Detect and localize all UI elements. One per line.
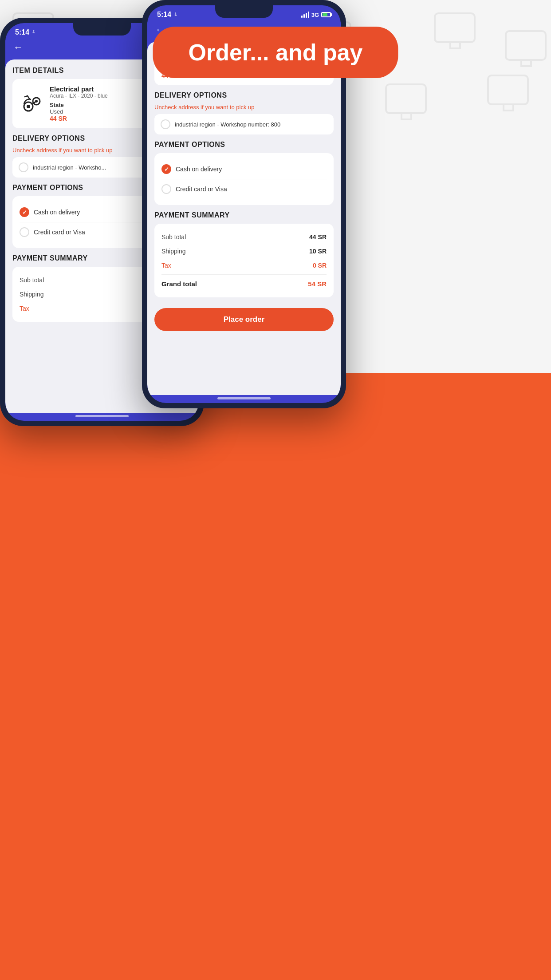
shipping-label-right: Shipping [161,248,186,255]
grand-total-label: Grand total [161,280,197,288]
shipping-label-left: Shipping [20,291,44,298]
tax-label-right: Tax [161,262,171,269]
svg-rect-16 [386,84,426,113]
subtotal-value-right: 44 SR [309,233,327,241]
payment-summary-card-right: Sub total 44 SR Shipping 10 SR Tax 0 SR … [154,224,334,297]
page-title: Order... and pay [188,39,362,66]
place-order-button[interactable]: Place order [154,308,334,331]
svg-rect-11 [521,60,531,66]
summary-grandtotal-row: Grand total 54 SR [161,277,327,291]
address-text-left: industrial region - Worksho... [33,164,106,171]
status-icons-right: 3G [301,12,331,18]
signal-bar-3 [306,13,307,18]
signal-bars-right [301,12,309,18]
payment-card-radio-left[interactable] [20,227,29,237]
svg-point-21 [27,105,30,108]
signal-bar-2 [303,14,305,18]
payment-cash-label-left: Cash on delivery [34,209,80,216]
tax-value-right: 0 SR [313,262,327,269]
status-time-right: 5:14 [157,11,178,19]
svg-rect-18 [488,75,528,104]
grand-total-value: 54 SR [308,280,327,288]
summary-tax-row-right: Tax 0 SR [161,258,327,273]
svg-rect-17 [401,113,411,119]
summary-divider [161,274,327,275]
shipping-value-right: 10 SR [309,248,327,255]
payment-options-card-right: Cash on delivery Credit card or Visa [154,153,334,205]
payment-cash-label-right: Cash on delivery [176,166,222,173]
payment-cash-radio-right[interactable] [161,164,171,174]
notch-right [215,5,273,18]
address-radio-left[interactable] [19,162,28,172]
subtotal-label-right: Sub total [161,233,186,241]
status-time-left: 5:14 [15,28,36,36]
payment-card-label-left: Credit card or Visa [34,229,85,236]
section-payment-title-right: PAYMENT OPTIONS [154,141,334,149]
home-indicator-right [217,397,271,399]
payment-cash-radio-left[interactable] [20,207,29,217]
signal-bar-4 [308,12,309,18]
battery-icon-right [321,12,331,17]
svg-rect-19 [504,104,513,111]
svg-rect-9 [450,42,460,48]
notch-left [73,23,131,36]
delivery-subtitle-right: Uncheck address if you want to pick up [154,104,334,111]
payment-card-label-right: Credit card or Visa [176,186,227,193]
summary-shipping-row-right: Shipping 10 SR [161,244,327,258]
signal-text: 3G [311,12,319,18]
signal-bar-1 [301,16,303,18]
payment-card-option-right[interactable]: Credit card or Visa [161,179,327,199]
item-image [20,91,44,116]
address-text-right: industrial region - Workshop number: 800 [175,121,280,128]
section-summary-title-right: PAYMENT SUMMARY [154,211,334,219]
phone-content-right: State Used 44 SR DELIVERY OPTIONS Unchec… [147,42,341,395]
subtotal-label-left: Sub total [20,277,44,284]
svg-rect-8 [435,13,475,42]
address-radio-right[interactable] [161,119,170,129]
address-option-right[interactable]: industrial region - Workshop number: 800 [154,114,334,134]
payment-cash-option-right[interactable]: Cash on delivery [161,159,327,179]
battery-fill-right [323,13,327,16]
payment-card-radio-right[interactable] [161,184,171,194]
section-delivery-title-right: DELIVERY OPTIONS [154,91,334,99]
home-indicator-left [75,415,129,417]
title-banner: Order... and pay [153,27,398,78]
tax-label-left: Tax [20,305,29,312]
svg-rect-10 [506,31,546,60]
summary-subtotal-row-right: Sub total 44 SR [161,230,327,244]
